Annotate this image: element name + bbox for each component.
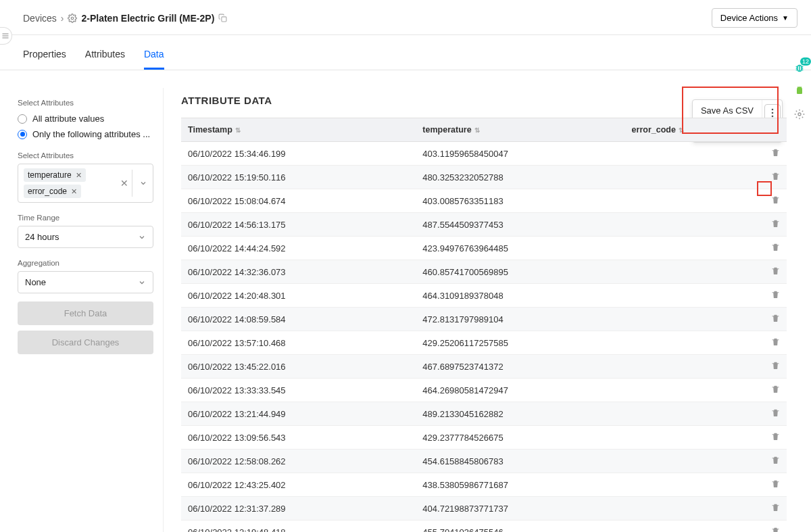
- table-row: 06/10/2022 14:32:36.073460.8574170056989…: [181, 260, 787, 284]
- cell-temperature: 403.11959658450047: [416, 142, 624, 166]
- chevron-down-icon: [138, 279, 146, 287]
- cell-temperature: 438.53805986771687: [416, 473, 624, 497]
- col-temperature[interactable]: temperature⇅: [416, 118, 624, 142]
- cell-timestamp: 06/10/2022 13:09:56.543: [181, 426, 416, 450]
- trash-icon[interactable]: [771, 314, 780, 322]
- table-row: 06/10/2022 12:43:25.402438.5380598677168…: [181, 473, 787, 497]
- svg-point-6: [771, 112, 773, 114]
- cell-timestamp: 06/10/2022 12:19:48.418: [181, 521, 416, 533]
- cell-timestamp: 06/10/2022 14:56:13.175: [181, 213, 416, 237]
- svg-point-12: [798, 113, 801, 116]
- cell-timestamp: 06/10/2022 14:44:24.592: [181, 237, 416, 260]
- discard-changes-button[interactable]: Discard Changes: [18, 331, 153, 354]
- cell-error-code: [625, 379, 764, 402]
- svg-point-5: [771, 108, 773, 110]
- breadcrumb-device[interactable]: 2-Platen Electric Grill (ME-2P): [81, 13, 214, 24]
- trash-icon[interactable]: [771, 432, 780, 441]
- cell-error-code: [625, 473, 764, 497]
- chip-remove-icon[interactable]: ✕: [76, 171, 82, 180]
- trash-icon[interactable]: [771, 243, 780, 251]
- trash-icon[interactable]: [771, 527, 780, 532]
- col-error-code[interactable]: error_code⇅: [625, 118, 764, 142]
- cell-temperature: 489.2133045162882: [416, 402, 624, 426]
- radio-only-following[interactable]: Only the following attributes ...: [18, 126, 153, 142]
- settings-icon[interactable]: [792, 107, 807, 122]
- col-timestamp[interactable]: Timestamp⇅: [181, 118, 416, 142]
- cell-error-code: [625, 497, 764, 521]
- cell-temperature: 487.5544509377453: [416, 213, 624, 237]
- breadcrumb: Devices › 2-Platen Electric Grill (ME-2P…: [23, 13, 227, 24]
- time-range-select[interactable]: 24 hours: [18, 226, 153, 248]
- trash-icon[interactable]: [771, 219, 780, 228]
- cell-temperature: 404.72198873771737: [416, 497, 624, 521]
- chevron-down-icon[interactable]: [139, 179, 147, 187]
- table-row: 06/10/2022 15:34:46.199403.1195965845004…: [181, 142, 787, 166]
- android-icon[interactable]: [792, 84, 807, 99]
- trash-icon[interactable]: [771, 337, 780, 346]
- chevron-down-icon: [138, 233, 146, 241]
- cell-error-code: [625, 402, 764, 426]
- trash-icon[interactable]: [771, 479, 780, 488]
- radio-icon: [18, 130, 27, 139]
- cell-timestamp: 06/10/2022 14:08:59.584: [181, 308, 416, 331]
- gear-icon: [68, 14, 77, 23]
- cell-temperature: 460.85741700569895: [416, 260, 624, 284]
- table-row: 06/10/2022 12:31:37.289404.7219887377173…: [181, 497, 787, 521]
- device-actions-button[interactable]: Device Actions ▼: [712, 8, 797, 28]
- cell-error-code: [625, 355, 764, 379]
- cell-error-code: [625, 260, 764, 284]
- trash-icon[interactable]: [771, 385, 780, 393]
- fetch-data-button[interactable]: Fetch Data: [18, 301, 153, 325]
- trash-icon[interactable]: [771, 290, 780, 299]
- time-range-label: Time Range: [18, 214, 153, 222]
- table-row: 06/10/2022 13:33:33.545464.2698058147294…: [181, 379, 787, 402]
- svg-point-7: [771, 115, 773, 117]
- trash-icon[interactable]: [771, 266, 780, 275]
- cell-error-code: [625, 450, 764, 473]
- table-row: 06/10/2022 15:19:50.116480.3253232052788: [181, 166, 787, 189]
- chip-remove-icon[interactable]: ✕: [71, 187, 77, 196]
- cell-error-code: [625, 166, 764, 189]
- table-row: 06/10/2022 13:21:44.949489.2133045162882: [181, 402, 787, 426]
- copy-icon[interactable]: [218, 14, 227, 22]
- table-row: 06/10/2022 15:08:04.674403.0085763351183: [181, 189, 787, 213]
- cell-timestamp: 06/10/2022 12:31:37.289: [181, 497, 416, 521]
- cell-timestamp: 06/10/2022 15:19:50.116: [181, 166, 416, 189]
- trash-icon[interactable]: [771, 195, 780, 204]
- right-rail: 12: [788, 61, 811, 122]
- trash-icon[interactable]: [771, 361, 780, 370]
- attribute-multiselect[interactable]: temperature✕ error_code✕ ✕: [18, 164, 153, 203]
- cell-temperature: 429.2377784526675: [416, 426, 624, 450]
- trash-icon[interactable]: [771, 148, 780, 157]
- select-attributes-label: Select Attributes: [18, 99, 153, 107]
- trash-icon[interactable]: [771, 172, 780, 180]
- section-title: ATTRIBUTE DATA: [181, 95, 272, 106]
- cell-temperature: 464.3109189378048: [416, 284, 624, 308]
- cell-timestamp: 06/10/2022 15:34:46.199: [181, 142, 416, 166]
- radio-all-attributes[interactable]: All attribute values: [18, 111, 153, 126]
- chip-temperature: temperature✕: [24, 168, 86, 182]
- trash-icon[interactable]: [771, 456, 780, 464]
- cell-error-code: [625, 213, 764, 237]
- trash-icon[interactable]: [771, 408, 780, 417]
- sort-icon: ⇅: [474, 126, 480, 134]
- tab-attributes[interactable]: Attributes: [85, 39, 125, 70]
- filter-sidebar: Select Attributes All attribute values O…: [0, 88, 164, 532]
- tab-data[interactable]: Data: [144, 39, 164, 70]
- bug-icon[interactable]: 12: [792, 61, 807, 76]
- clear-selection-icon[interactable]: ✕: [120, 178, 128, 189]
- trash-icon[interactable]: [771, 503, 780, 512]
- cell-error-code: [625, 308, 764, 331]
- tabs: Properties Attributes Data: [0, 39, 811, 70]
- table-row: 06/10/2022 14:44:24.592423.9497676396448…: [181, 237, 787, 260]
- table-row: 06/10/2022 13:57:10.468429.2520611725758…: [181, 331, 787, 355]
- badge: 12: [800, 57, 811, 66]
- cell-temperature: 472.8131797989104: [416, 308, 624, 331]
- caret-down-icon: ▼: [782, 14, 789, 22]
- breadcrumb-root[interactable]: Devices: [23, 13, 57, 24]
- cell-error-code: [625, 331, 764, 355]
- tab-properties[interactable]: Properties: [23, 39, 66, 70]
- cell-temperature: 454.6158845806783: [416, 450, 624, 473]
- cell-timestamp: 06/10/2022 13:57:10.468: [181, 331, 416, 355]
- aggregation-select[interactable]: None: [18, 271, 153, 293]
